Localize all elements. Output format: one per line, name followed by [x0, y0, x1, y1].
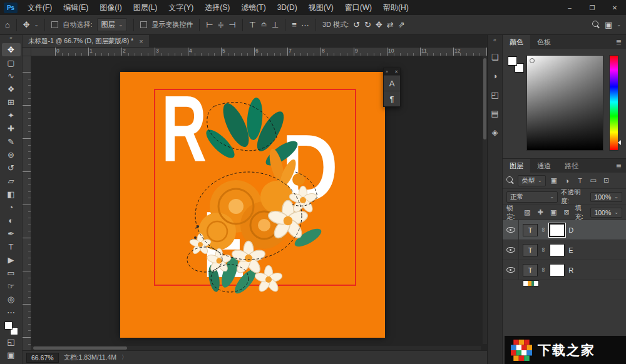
workspace-icon[interactable]: ▣ — [605, 20, 612, 29]
filter-shape-layers-icon[interactable]: ▭ — [588, 176, 598, 185]
filter-pixel-layers-icon[interactable]: ▣ — [549, 176, 559, 185]
text-layer-thumbnail[interactable]: T — [523, 224, 538, 236]
restore-icon[interactable]: ❐ — [581, 0, 603, 15]
filter-adjustment-layers-icon[interactable]: ◑ — [562, 177, 572, 185]
layer-name[interactable]: E — [568, 246, 573, 254]
shape-tool[interactable]: ▭ — [2, 266, 21, 280]
saturation-brightness-field[interactable] — [526, 55, 603, 151]
layer-filter-dropdown[interactable]: 类型 ⌄ — [518, 175, 546, 186]
layer-name[interactable]: R — [568, 266, 573, 274]
menu-layer[interactable]: 图层(L) — [128, 0, 163, 15]
quick-mask-icon[interactable]: ◱ — [2, 335, 21, 348]
text-layer-thumbnail[interactable]: T — [523, 264, 538, 276]
auto-select-checkbox[interactable] — [51, 21, 58, 28]
healing-brush-tool[interactable]: ✚ — [2, 122, 21, 135]
opacity-dropdown[interactable]: 100% ⌄ — [590, 192, 622, 202]
blur-tool[interactable]: ◔ — [2, 201, 21, 214]
lock-artboard-icon[interactable]: ▣ — [548, 208, 558, 216]
hue-slider[interactable] — [609, 55, 618, 151]
layer-filter-search-icon[interactable] — [506, 176, 515, 185]
toolbar-collapse-icon[interactable]: » — [9, 35, 12, 43]
menu-view[interactable]: 视图(V) — [303, 0, 339, 15]
eraser-tool[interactable]: ▱ — [2, 174, 21, 188]
type-tool[interactable]: T — [2, 240, 21, 253]
layer-row-d[interactable]: T ∞ D — [503, 220, 626, 240]
learn-panel-icon[interactable]: ◈ — [492, 128, 498, 137]
panel-close-icon[interactable]: ✕ — [394, 69, 398, 74]
menu-select[interactable]: 选择(S) — [199, 0, 235, 15]
layer-name[interactable]: D — [568, 226, 573, 234]
lock-position-icon[interactable]: ✚ — [535, 208, 545, 216]
align-middle-icon[interactable]: ≏ — [260, 20, 267, 29]
align-right-icon[interactable]: ⊣ — [228, 20, 235, 29]
tool-preset-caret-icon[interactable]: ⌄ — [34, 22, 39, 28]
color-picker-marker[interactable] — [530, 58, 535, 63]
show-transform-checkbox[interactable] — [140, 21, 147, 28]
layer-visibility-icon[interactable] — [506, 267, 515, 273]
lock-transparency-icon[interactable]: ▨ — [522, 208, 532, 216]
tab-color[interactable]: 颜色 — [503, 35, 530, 49]
3d-slide-icon[interactable]: ⇄ — [387, 20, 394, 29]
blend-mode-dropdown[interactable]: 正常 ⌄ — [506, 191, 558, 203]
character-panel-icon[interactable]: A — [384, 75, 400, 91]
horizontal-ruler[interactable]: 0 1 2 3 4 5 6 7 8 9 10 11 12 — [31, 48, 487, 56]
menu-window[interactable]: 窗口(W) — [339, 0, 377, 15]
screen-mode-icon[interactable]: ▣ — [2, 348, 21, 361]
properties-panel-icon[interactable]: ▤ — [491, 109, 498, 118]
image-layer-thumbnail[interactable] — [523, 280, 539, 286]
ruler-origin[interactable] — [23, 48, 31, 56]
pen-tool[interactable]: ✒ — [2, 227, 21, 240]
3d-orbit-icon[interactable]: ↺ — [353, 20, 360, 29]
export-panel-icon[interactable]: ◰ — [491, 90, 498, 99]
dodge-tool[interactable]: ◐ — [2, 214, 21, 227]
tab-paths[interactable]: 路径 — [558, 159, 585, 173]
scrollbar-thumb[interactable] — [33, 346, 127, 350]
crop-tool[interactable]: ⊞ — [2, 96, 21, 109]
layer-mask-thumbnail[interactable] — [550, 224, 565, 236]
quick-select-tool[interactable]: ❖ — [2, 83, 21, 96]
menu-help[interactable]: 帮助(H) — [377, 0, 414, 15]
align-bottom-icon[interactable]: ⊥ — [272, 20, 279, 29]
vertical-scrollbar[interactable] — [483, 56, 487, 344]
foreground-color-swatch[interactable] — [4, 321, 13, 330]
layer-row-partial[interactable] — [503, 280, 626, 288]
panel-collapse-icon[interactable]: » — [386, 69, 388, 74]
menu-3d[interactable]: 3D(D) — [272, 0, 303, 15]
auto-select-dropdown[interactable]: 图层 ⌄ — [97, 18, 128, 31]
menu-file[interactable]: 文件(F) — [22, 0, 58, 15]
layer-visibility-icon[interactable] — [506, 247, 515, 253]
eyedropper-tool[interactable]: ✦ — [2, 109, 21, 122]
text-layer-thumbnail[interactable]: T — [523, 244, 538, 256]
foreground-color-swatch[interactable] — [508, 56, 517, 66]
close-icon[interactable]: ✕ — [603, 0, 626, 15]
menu-filter[interactable]: 滤镜(T) — [235, 0, 271, 15]
marquee-tool[interactable]: ▢ — [2, 56, 21, 69]
fill-dropdown[interactable]: 100% ⌄ — [590, 208, 622, 218]
3d-roll-icon[interactable]: ↻ — [364, 20, 371, 29]
3d-scale-icon[interactable]: ⇗ — [398, 20, 405, 29]
library-panel-icon[interactable]: ❏ — [491, 53, 499, 62]
tab-channels[interactable]: 通道 — [530, 159, 558, 173]
path-select-tool[interactable]: ▶ — [2, 253, 21, 266]
history-brush-tool[interactable]: ↺ — [2, 161, 21, 174]
move-tool[interactable]: ✥ — [2, 43, 21, 56]
letter-r[interactable]: R — [162, 76, 207, 181]
align-top-icon[interactable]: ⊤ — [249, 20, 256, 29]
lasso-tool[interactable]: ∿ — [2, 69, 21, 83]
tab-close-icon[interactable]: × — [139, 38, 143, 45]
clone-stamp-tool[interactable]: ⊚ — [2, 148, 21, 161]
3d-pan-icon[interactable]: ✥ — [376, 20, 382, 29]
artboard[interactable]: R D E — [120, 72, 385, 338]
home-icon[interactable]: ⌂ — [5, 20, 10, 29]
layer-row-r[interactable]: T ∞ R — [503, 260, 626, 280]
scrollbar-thumb[interactable] — [483, 58, 486, 139]
lock-all-icon[interactable]: ⊠ — [562, 208, 572, 216]
menu-type[interactable]: 文字(Y) — [163, 0, 199, 15]
filter-smart-objects-icon[interactable]: ⊡ — [602, 176, 612, 185]
vertical-ruler[interactable]: 0 1 2 3 4 5 6 7 8 — [23, 56, 31, 350]
zoom-tool[interactable]: ◎ — [2, 293, 21, 306]
document-tab[interactable]: 未标题-1 @ 66.7% (D, 图层蒙版/8) * × — [23, 35, 149, 47]
dock-collapse-icon[interactable]: « — [493, 37, 496, 43]
zoom-level-field[interactable]: 66.67% — [26, 353, 59, 363]
panel-menu-icon[interactable]: ≣ — [612, 159, 626, 173]
